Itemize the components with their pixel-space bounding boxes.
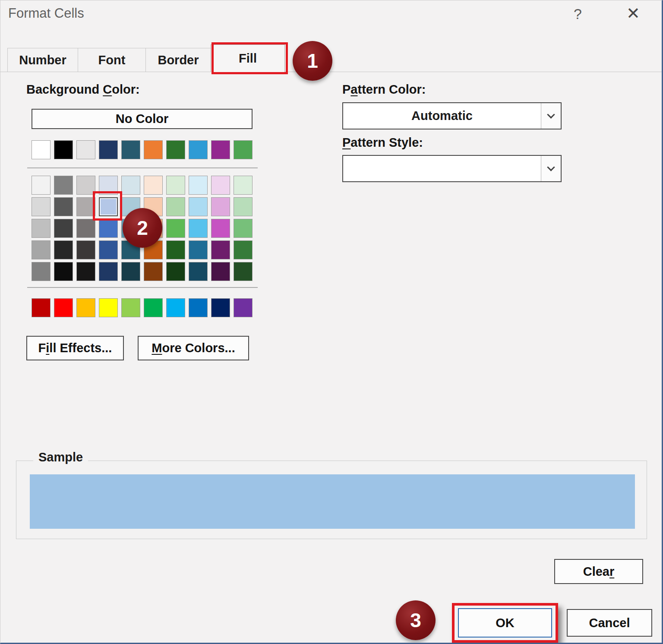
- color-swatch[interactable]: [121, 240, 140, 259]
- color-swatch[interactable]: [189, 197, 208, 216]
- color-swatch[interactable]: [121, 176, 140, 195]
- ok-button[interactable]: OK: [458, 608, 552, 638]
- color-swatch[interactable]: [189, 262, 208, 281]
- color-swatch[interactable]: [234, 240, 253, 259]
- color-swatch[interactable]: [144, 219, 163, 238]
- color-swatch[interactable]: [234, 298, 253, 317]
- color-swatch[interactable]: [166, 262, 185, 281]
- color-swatch[interactable]: [144, 240, 163, 259]
- color-swatch[interactable]: [32, 176, 51, 195]
- color-swatch[interactable]: [99, 262, 118, 281]
- color-swatch[interactable]: [211, 298, 230, 317]
- color-swatch[interactable]: [144, 176, 163, 195]
- color-swatch[interactable]: [211, 140, 230, 159]
- color-swatch[interactable]: [32, 262, 51, 281]
- color-swatch[interactable]: [211, 219, 230, 238]
- color-swatch[interactable]: [211, 240, 230, 259]
- variant-color-row: [32, 240, 253, 259]
- pattern-style-dropdown[interactable]: [342, 155, 562, 182]
- color-swatch[interactable]: [76, 298, 95, 317]
- color-swatch[interactable]: [99, 140, 118, 159]
- chevron-down-icon: [547, 163, 555, 171]
- color-swatch[interactable]: [166, 240, 185, 259]
- color-swatch[interactable]: [211, 176, 230, 195]
- color-swatch[interactable]: [211, 262, 230, 281]
- color-swatch[interactable]: [121, 298, 140, 317]
- no-color-button[interactable]: No Color: [32, 109, 253, 129]
- fill-effects-button[interactable]: Fill Effects...: [26, 336, 124, 360]
- color-swatch[interactable]: [211, 197, 230, 216]
- close-icon[interactable]: ✕: [626, 4, 640, 23]
- color-swatch[interactable]: [234, 176, 253, 195]
- tab-fill[interactable]: Fill: [211, 44, 285, 72]
- color-swatch[interactable]: [54, 298, 73, 317]
- format-cells-dialog: Format Cells ? ✕ Number Font Border Fill…: [0, 0, 663, 644]
- color-swatch[interactable]: [234, 197, 253, 216]
- color-swatch[interactable]: [144, 140, 163, 159]
- color-swatch[interactable]: [144, 197, 163, 216]
- tab-number[interactable]: Number: [7, 48, 78, 72]
- variant-color-row: [32, 176, 253, 195]
- color-swatch[interactable]: [189, 240, 208, 259]
- color-swatch[interactable]: [32, 219, 51, 238]
- color-swatch[interactable]: [54, 262, 73, 281]
- background-color-label: Background Color:: [26, 82, 140, 97]
- color-swatch[interactable]: [234, 262, 253, 281]
- color-swatch[interactable]: [121, 140, 140, 159]
- color-swatch[interactable]: [76, 176, 95, 195]
- more-colors-button[interactable]: More Colors...: [138, 336, 249, 360]
- pattern-style-value: [343, 156, 541, 181]
- color-swatch[interactable]: [121, 219, 140, 238]
- dialog-title: Format Cells: [8, 6, 84, 21]
- color-swatch[interactable]: [121, 262, 140, 281]
- color-swatch[interactable]: [189, 140, 208, 159]
- color-swatch[interactable]: [76, 240, 95, 259]
- color-swatch[interactable]: [76, 197, 95, 216]
- color-swatch[interactable]: [189, 176, 208, 195]
- variant-color-row: [32, 262, 253, 281]
- pattern-color-dropdown-button[interactable]: [541, 103, 561, 129]
- color-swatch[interactable]: [99, 298, 118, 317]
- cancel-button[interactable]: Cancel: [567, 609, 652, 637]
- color-swatch[interactable]: [166, 176, 185, 195]
- color-swatch[interactable]: [121, 197, 140, 216]
- color-swatch[interactable]: [76, 219, 95, 238]
- help-icon[interactable]: ?: [574, 6, 582, 22]
- color-swatch[interactable]: [99, 219, 118, 238]
- color-swatch[interactable]: [166, 140, 185, 159]
- color-swatch[interactable]: [54, 176, 73, 195]
- color-swatch[interactable]: [32, 298, 51, 317]
- color-swatch[interactable]: [32, 197, 51, 216]
- pattern-style-dropdown-button[interactable]: [541, 156, 561, 181]
- color-swatch[interactable]: [234, 140, 253, 159]
- color-swatch[interactable]: [234, 219, 253, 238]
- chevron-down-icon: [547, 110, 555, 118]
- color-swatch[interactable]: [54, 140, 73, 159]
- color-swatch[interactable]: [99, 176, 118, 195]
- color-swatch[interactable]: [144, 262, 163, 281]
- color-swatch[interactable]: [32, 140, 51, 159]
- color-swatch[interactable]: [189, 298, 208, 317]
- pattern-color-value: Automatic: [343, 103, 541, 129]
- color-swatch[interactable]: [166, 219, 185, 238]
- color-swatch[interactable]: [54, 240, 73, 259]
- color-swatch[interactable]: [32, 240, 51, 259]
- tab-border[interactable]: Border: [145, 48, 211, 72]
- pattern-color-dropdown[interactable]: Automatic: [342, 102, 562, 129]
- color-swatch[interactable]: [54, 197, 73, 216]
- tab-font[interactable]: Font: [78, 48, 146, 72]
- color-swatch[interactable]: [166, 197, 185, 216]
- color-swatch[interactable]: [54, 219, 73, 238]
- color-swatch[interactable]: [166, 298, 185, 317]
- color-swatch[interactable]: [99, 240, 118, 259]
- color-swatch-selected[interactable]: [99, 197, 118, 216]
- color-swatch[interactable]: [189, 219, 208, 238]
- color-swatch[interactable]: [144, 298, 163, 317]
- pattern-color-label: Pattern Color:: [342, 82, 426, 97]
- clear-button[interactable]: Clear: [554, 559, 643, 584]
- color-swatch[interactable]: [76, 262, 95, 281]
- color-swatch[interactable]: [76, 140, 95, 159]
- palette-divider-top: [27, 167, 258, 168]
- standard-colors-row: [32, 298, 253, 317]
- tab-strip: Number Font Border Fill: [7, 44, 284, 72]
